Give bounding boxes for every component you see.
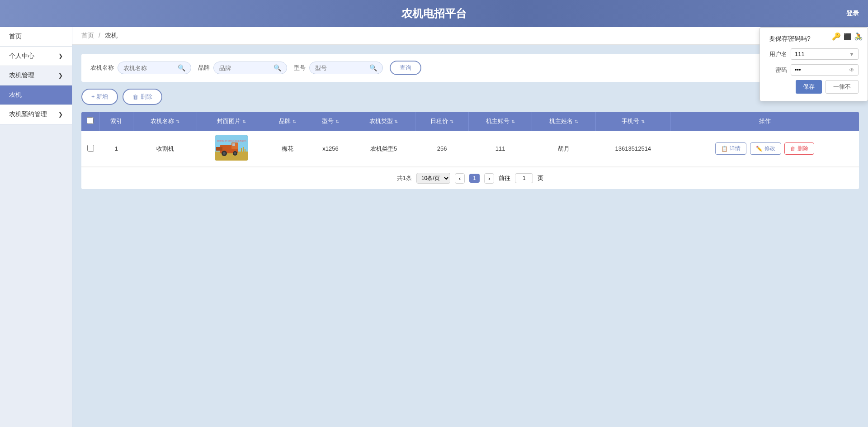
search-bar: 农机名称 🔍 品牌 🔍 型号 <box>81 54 859 82</box>
phone-sort-icon[interactable]: ⇅ <box>641 119 645 124</box>
name-input-wrap: 🔍 <box>118 62 191 74</box>
account-sort-icon[interactable]: ⇅ <box>511 119 515 124</box>
row-phone: 13613512514 <box>595 131 670 167</box>
username-input-wrap: ▼ <box>791 48 859 60</box>
row-index: 1 <box>99 131 133 167</box>
table-container: 索引 农机名称 ⇅ 封面图片 ⇅ 品牌 <box>81 112 859 189</box>
name-search-icon[interactable]: 🔍 <box>178 64 185 71</box>
search-field-model: 型号 🔍 <box>294 62 383 74</box>
sidebar: 首页 个人中心 ❯ 农机管理 ❯ 农机 农机预约管理 ❯ <box>0 27 72 427</box>
password-input[interactable] <box>795 66 849 73</box>
col-owner-name: 机主姓名 ⇅ <box>532 112 595 131</box>
username-dropdown-icon[interactable]: ▼ <box>849 51 854 57</box>
sidebar-item-home[interactable]: 首页 <box>0 27 72 47</box>
machine-thumbnail: code51.cn-源码乐园盗图必究 <box>215 135 248 161</box>
row-operations: 📋 详情 ✏️ 修改 🗑 删除 <box>670 131 859 167</box>
edit-icon: ✏️ <box>756 146 763 152</box>
col-checkbox <box>81 112 99 131</box>
row-model: x1256 <box>309 131 352 167</box>
col-brand: 品牌 ⇅ <box>266 112 309 131</box>
row-checkbox-cell <box>81 131 99 167</box>
detail-button[interactable]: 📋 详情 <box>715 142 746 155</box>
row-type: 农机类型5 <box>352 131 415 167</box>
svg-rect-4 <box>232 143 235 146</box>
edit-button[interactable]: ✏️ 修改 <box>750 142 781 155</box>
dialog-password-row: 密码 👁 <box>769 64 859 76</box>
goto-page-input[interactable] <box>515 173 533 183</box>
reservation-arrow-icon: ❯ <box>58 111 63 118</box>
save-password-button[interactable]: 保存 <box>796 80 822 94</box>
dialog-actions: 保存 一律不 <box>769 80 859 94</box>
password-visibility-icon[interactable]: 👁 <box>849 67 854 73</box>
model-label: 型号 <box>294 64 306 72</box>
model-search-icon[interactable]: 🔍 <box>369 64 377 71</box>
prev-page-button[interactable]: ‹ <box>455 173 465 184</box>
brand-sort-icon[interactable]: ⇅ <box>292 119 296 124</box>
sidebar-item-personal[interactable]: 个人中心 ❯ <box>0 47 72 66</box>
toggle-icon: ⬛ <box>844 33 851 40</box>
username-label: 用户名 <box>769 50 787 58</box>
row-rent: 256 <box>415 131 469 167</box>
table-header-row: 索引 农机名称 ⇅ 封面图片 ⇅ 品牌 <box>81 112 859 131</box>
sidebar-item-reservation-mgmt[interactable]: 农机预约管理 ❯ <box>0 105 72 124</box>
model-input[interactable] <box>315 65 369 71</box>
header: 农机电招平台 登录 <box>0 0 868 27</box>
sidebar-item-machine[interactable]: 农机 <box>0 85 72 105</box>
col-image: 封面图片 ⇅ <box>197 112 266 131</box>
dialog-username-row: 用户名 ▼ <box>769 48 859 60</box>
row-image-cell: code51.cn-源码乐园盗图必究 <box>197 131 266 167</box>
col-operations: 操作 <box>670 112 859 131</box>
svg-text:code51.cn-源码乐园盗图必究: code51.cn-源码乐园盗图必究 <box>217 139 246 142</box>
type-sort-icon[interactable]: ⇅ <box>394 119 398 124</box>
row-brand: 梅花 <box>266 131 309 167</box>
batch-delete-button[interactable]: 🗑 删除 <box>123 89 162 105</box>
current-page-button[interactable]: 1 <box>469 174 480 183</box>
password-input-wrap: 👁 <box>791 64 859 76</box>
brand-search-icon[interactable]: 🔍 <box>274 64 281 71</box>
model-input-wrap: 🔍 <box>309 62 383 74</box>
name-label: 农机名称 <box>90 64 114 72</box>
key-icon: 🔑 <box>832 32 841 41</box>
login-button[interactable]: 登录 <box>846 9 859 18</box>
col-model: 型号 ⇅ <box>309 112 352 131</box>
table-row: 1 收割机 <box>81 131 859 167</box>
model-sort-icon[interactable]: ⇅ <box>335 119 339 124</box>
password-label: 密码 <box>769 66 787 74</box>
breadcrumb: 首页 / 农机 <box>72 27 868 45</box>
page-size-select[interactable]: 10条/页 20条/页 50条/页 <box>416 173 450 184</box>
never-save-button[interactable]: 一律不 <box>826 80 859 94</box>
col-index: 索引 <box>99 112 133 131</box>
row-account: 111 <box>469 131 532 167</box>
dialog-icon-row: 🔑 ⬛ 🚴 <box>832 32 863 41</box>
goto-label: 前往 <box>499 174 510 182</box>
col-phone: 手机号 ⇅ <box>595 112 670 131</box>
person-icon: 🚴 <box>854 32 863 41</box>
name-input[interactable] <box>123 65 178 71</box>
col-rent: 日租价 ⇅ <box>415 112 469 131</box>
brand-input[interactable] <box>219 65 274 71</box>
search-field-brand: 品牌 🔍 <box>198 62 287 74</box>
machine-mgmt-arrow-icon: ❯ <box>58 72 63 79</box>
total-count: 共1条 <box>397 174 412 182</box>
image-sort-icon[interactable]: ⇅ <box>242 119 246 124</box>
machine-image-svg: code51.cn-源码乐园盗图必究 <box>215 135 248 161</box>
brand-input-wrap: 🔍 <box>213 62 287 74</box>
owner-name-sort-icon[interactable]: ⇅ <box>575 119 578 124</box>
name-sort-icon[interactable]: ⇅ <box>176 119 179 124</box>
search-field-name: 农机名称 🔍 <box>90 62 191 74</box>
col-account: 机主账号 ⇅ <box>469 112 532 131</box>
row-delete-button[interactable]: 🗑 删除 <box>784 142 814 155</box>
query-button[interactable]: 查询 <box>390 61 421 75</box>
detail-icon: 📋 <box>721 146 728 152</box>
row-checkbox[interactable] <box>87 145 94 152</box>
sidebar-item-machine-mgmt[interactable]: 农机管理 ❯ <box>0 66 72 85</box>
next-page-button[interactable]: › <box>484 173 494 184</box>
rent-sort-icon[interactable]: ⇅ <box>450 119 453 124</box>
save-password-dialog: 🔑 ⬛ 🚴 要保存密码吗? 用户名 ▼ 密码 👁 保存 一律不 <box>760 27 868 101</box>
username-input[interactable] <box>795 51 849 57</box>
machine-table: 索引 农机名称 ⇅ 封面图片 ⇅ 品牌 <box>81 112 859 167</box>
select-all-checkbox[interactable] <box>87 117 94 124</box>
add-button[interactable]: + 新增 <box>81 89 118 105</box>
row-owner-name: 胡月 <box>532 131 595 167</box>
pagination: 共1条 10条/页 20条/页 50条/页 ‹ 1 › 前往 页 <box>81 167 859 189</box>
